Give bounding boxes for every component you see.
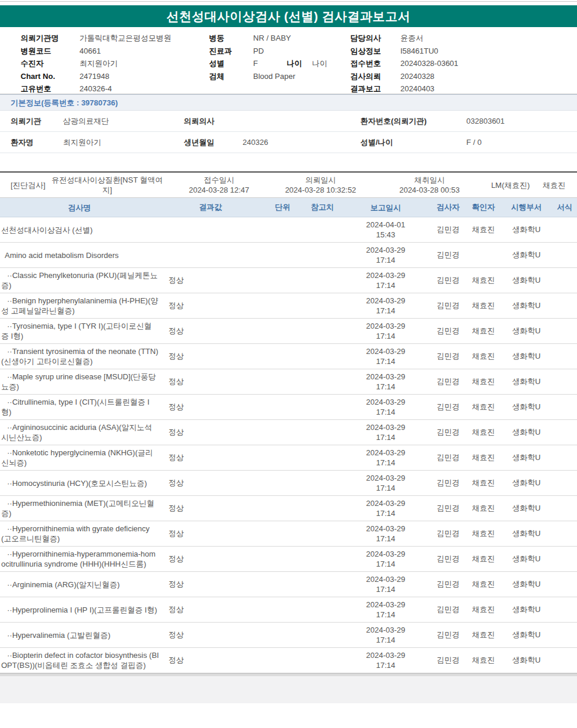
report-title: 선천성대사이상검사 (선별) 검사결과보고서	[167, 9, 411, 23]
department-cell: 생화학U	[500, 655, 552, 666]
reported-datetime-cell: 2024-03-29 17:14	[341, 524, 430, 544]
test-row: ··Hypervalinemia (고발린혈증)정상2024-03-29 17:…	[0, 623, 577, 648]
diagnostic-section-label: [진단검사]	[0, 172, 42, 198]
results-table-header: 검사명결과값단위참고치보고일시검사자확인자시행부서서식	[0, 198, 577, 217]
reported-datetime-cell: 2024-03-29 17:14	[341, 625, 430, 645]
reported-datetime: 2024-03-29 17:14	[362, 397, 409, 417]
reported-datetime-cell: 2024-03-29 17:14	[341, 372, 430, 392]
test-name-cell: ··Transient tyrosinemia of the neonate (…	[0, 344, 159, 369]
field-value: 가톨릭대학교은평성모병원	[79, 32, 171, 45]
diagnostic-test-name: 유전성대사이상질환[NST 혈액여지]	[42, 175, 172, 195]
test-name-cell: ··Hyperornithinemia with gyrate deficien…	[0, 521, 159, 546]
patient-field-row: 고유번호240326-4	[21, 82, 171, 95]
reported-datetime-cell: 2024-03-29 17:14	[341, 549, 430, 569]
reported-datetime-cell: 2024-03-29 17:14	[341, 346, 430, 366]
patient-info-column-1: 의뢰기관명가톨릭대학교은평성모병원병원코드40661수진자최지원아기Chart …	[21, 32, 171, 95]
patient-field-row: 결과보고20240403	[350, 82, 458, 95]
collected-datetime: 채취일시 2024-03-28 00:53	[375, 175, 484, 195]
field-value: 20240328	[400, 70, 435, 83]
field-value: Blood Paper	[253, 70, 296, 83]
result-value-cell: 정상	[159, 579, 262, 590]
confirmer-cell: 채효진	[466, 376, 500, 387]
reported-datetime-cell: 2024-03-29 17:14	[341, 473, 430, 493]
reported-datetime: 2024-03-29 17:14	[362, 549, 409, 569]
field-label: 수진자	[21, 57, 79, 70]
department-cell: 생화학U	[500, 427, 552, 438]
confirmer-cell: 채효진	[466, 630, 500, 640]
field-value: 40661	[79, 45, 101, 58]
patient-field-row: 검체Blood Paper	[209, 70, 327, 83]
patient-info-column-3: 담당의사윤종서임상정보I58461TU0접수번호20240328-03601검사…	[350, 32, 458, 95]
tester-cell: 김민경	[430, 300, 466, 311]
test-row: ··Citrullinemia, type I (CIT)(시트룰린혈증 I형)…	[0, 395, 577, 420]
reported-datetime: 2024-03-29 17:14	[362, 448, 409, 468]
field-value: 윤종서	[400, 32, 423, 45]
field-value-group: F나이나이	[253, 57, 327, 70]
tester-cell: 김민경	[430, 655, 466, 666]
field-label: 병원코드	[21, 45, 79, 58]
test-name-cell: ··Hyperprolinemia I (HP I)(고프롤린혈증 I형)	[0, 603, 159, 617]
field-label: 병동	[209, 32, 253, 45]
reported-datetime-cell: 2024-03-29 17:14	[341, 600, 430, 620]
test-row: ··Maple syrup urine disease [MSUD](단풍당뇨증…	[0, 369, 577, 395]
patient-field-row: 임상정보I58461TU0	[350, 45, 458, 58]
reported-datetime: 2024-03-29 17:14	[362, 600, 409, 620]
reported-datetime: 2024-03-29 17:14	[362, 524, 409, 544]
field-value: 20240328-03601	[400, 57, 458, 70]
patient-info-column-2: 병동NR / BABY진료과PD성별F나이나이검체Blood Paper	[209, 32, 327, 82]
phlebotomist-name: 채효진	[537, 180, 577, 190]
info-label: 환자번호(의뢰기관)	[360, 116, 466, 127]
result-value-cell: 정상	[159, 427, 262, 438]
patient-field-row: 검사의뢰20240328	[350, 70, 458, 83]
reported-datetime: 2024-03-29 17:14	[362, 625, 409, 645]
test-row: ··Argininosuccinic aciduria (ASA)(알지노석시닌…	[0, 420, 577, 445]
test-name-cell: Amino acid metabolism Disorders	[0, 248, 159, 263]
reported-datetime: 2024-03-29 17:14	[362, 498, 409, 518]
confirmer-cell: 채효진	[466, 402, 500, 412]
tester-cell: 김민경	[430, 604, 466, 615]
tester-cell: 김민경	[430, 326, 466, 336]
field-value: 240326-4	[79, 82, 112, 95]
collector-name: LM(채효진)	[484, 180, 537, 190]
tester-cell: 김민경	[430, 478, 466, 488]
confirmer-cell: 채효진	[466, 224, 500, 235]
department-cell: 생화학U	[500, 478, 552, 488]
patient-field-row: 담당의사윤종서	[350, 32, 458, 45]
diagnostic-test-row: [진단검사] 유전성대사이상질환[NST 혈액여지] 접수일시 2024-03-…	[0, 171, 577, 198]
test-row: ··Hyperprolinemia I (HP I)(고프롤린혈증 I형)정상2…	[0, 597, 577, 623]
result-value-cell: 정상	[159, 326, 262, 336]
field-value: 최지원아기	[79, 57, 118, 70]
field-label: 의뢰기관명	[21, 32, 79, 45]
tester-cell: 김민경	[430, 275, 466, 286]
page-bottom-background	[0, 676, 577, 703]
patient-field-row: 성별F나이나이	[209, 57, 327, 70]
field-label: 접수번호	[350, 57, 400, 70]
tester-cell: 김민경	[430, 427, 466, 438]
confirmer-cell: 채효진	[466, 478, 500, 488]
department-cell: 생화학U	[500, 326, 552, 336]
info-label: 의뢰기관	[0, 116, 63, 127]
department-cell: 생화학U	[500, 528, 552, 539]
reported-datetime: 2024-03-29 17:14	[362, 270, 409, 290]
confirmer-cell: 채효진	[466, 554, 500, 564]
tester-cell: 김민경	[430, 503, 466, 514]
reported-datetime: 2024-03-29 17:14	[362, 296, 409, 316]
patient-field-row: 수진자최지원아기	[21, 57, 171, 70]
test-name-cell: ··Maple syrup urine disease [MSUD](단풍당뇨증…	[0, 369, 159, 394]
field-value: 20240403	[400, 82, 435, 95]
department-cell: 생화학U	[500, 351, 552, 362]
field-value: I58461TU0	[400, 45, 438, 58]
confirmer-cell: 채효진	[466, 579, 500, 590]
test-row: ··Benign hyperphenylalaninemia (H-PHE)(양…	[0, 293, 577, 319]
department-cell: 생화학U	[500, 579, 552, 590]
result-value-cell: 정상	[159, 452, 262, 463]
confirmer-cell: 채효진	[466, 452, 500, 463]
test-name-cell: ··Homocystinuria (HCY)(호모시스틴뇨증)	[0, 476, 159, 491]
info-value: 최지원아기	[63, 137, 184, 148]
info-value: 삼광의료재단	[63, 116, 184, 127]
info-label: 성별/나이	[360, 137, 466, 148]
collected-value: 2024-03-28 00:53	[375, 185, 484, 195]
confirmer-cell: 채효진	[466, 275, 500, 286]
info-label: 의뢰의사	[184, 116, 243, 127]
field-label: 결과보고	[350, 82, 400, 95]
